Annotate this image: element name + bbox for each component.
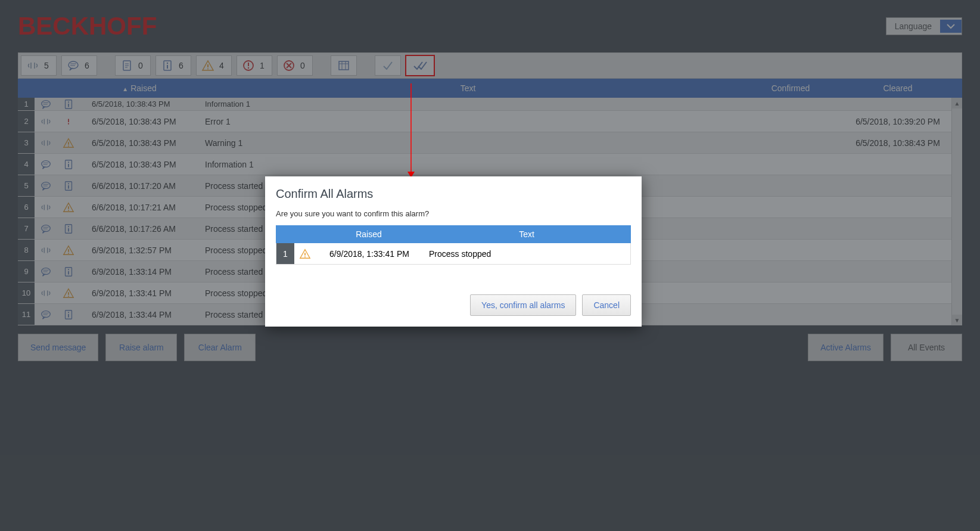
svg-point-71 — [304, 256, 306, 257]
confirm-dialog: Confirm All Alarms Are you sure you want… — [265, 176, 642, 327]
dialog-table-header: Raised Text — [276, 225, 631, 243]
dialog-yes-button[interactable]: Yes, confirm all alarms — [470, 294, 576, 316]
dialog-row-raised: 6/9/2018, 1:33:41 PM — [316, 249, 423, 259]
dialog-row-num: 1 — [276, 243, 294, 264]
dialog-title: Confirm All Alarms — [276, 187, 631, 201]
dialog-cancel-button[interactable]: Cancel — [582, 294, 631, 316]
dialog-message: Are you sure you want to confirm this al… — [276, 209, 631, 218]
dialog-table-row: 1 6/9/2018, 1:33:41 PM Process stopped — [276, 243, 631, 265]
warning-icon — [294, 248, 316, 260]
dialog-row-text: Process stopped — [423, 249, 630, 259]
dialog-col-text: Text — [422, 229, 631, 239]
dialog-col-raised: Raised — [315, 229, 422, 239]
